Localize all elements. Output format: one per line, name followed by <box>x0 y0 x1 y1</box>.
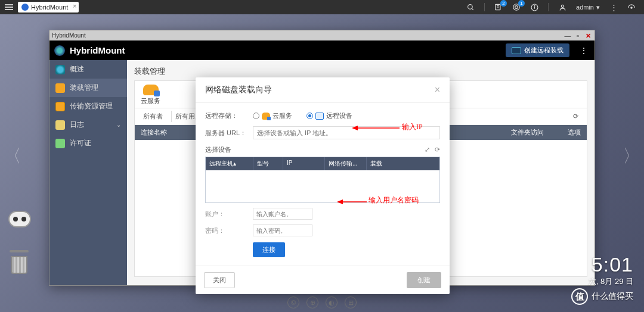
cloud-svc-icon <box>262 113 270 120</box>
close-button[interactable]: ✕ <box>584 32 592 40</box>
sidebar: 概述 装载管理 传输资源管理 日志 ⌄ 许可证 <box>49 60 127 285</box>
dashboard-icon[interactable] <box>627 3 636 11</box>
clock-time: 5:01 <box>589 253 633 276</box>
sidebar-item-license[interactable]: 许可证 <box>49 134 127 152</box>
tab-cloud[interactable]: 云服务 <box>135 81 166 108</box>
minimize-button[interactable]: — <box>564 32 572 40</box>
user-menu[interactable]: admin▾ <box>576 4 600 11</box>
radio-cloud[interactable]: 云服务 <box>253 111 292 120</box>
chevron-down-icon: ⌄ <box>116 121 121 128</box>
alert-badge: 1 <box>518 0 525 7</box>
expand-icon[interactable]: ⤢ <box>425 146 430 154</box>
device-table: 远程主机▴ 型号 IP 网络传输... 装载 <box>205 157 440 203</box>
clock-date: 六, 8月 29 日 <box>589 276 633 287</box>
th-model[interactable]: 型号 <box>253 157 283 170</box>
search-icon[interactable] <box>466 3 475 11</box>
svg-point-10 <box>561 5 564 7</box>
prev-arrow[interactable]: 〈 <box>4 144 21 169</box>
sidebar-item-label: 装载管理 <box>70 83 98 93</box>
header-more-icon[interactable]: ⋮ <box>578 46 590 55</box>
mount-icon <box>55 83 65 93</box>
watermark: 值 什么值得买 <box>571 288 633 305</box>
sidebar-item-log[interactable]: 日志 ⌄ <box>49 116 127 134</box>
close-button[interactable]: 关闭 <box>204 272 235 288</box>
assistant-widget[interactable] <box>8 211 36 238</box>
sidebar-item-label: 传输资源管理 <box>70 101 113 111</box>
th-ip[interactable]: IP <box>283 157 325 170</box>
remote-device-icon <box>315 113 324 120</box>
sidebar-item-label: 日志 <box>70 120 84 130</box>
sidebar-item-label: 许可证 <box>70 138 91 148</box>
th-proto[interactable]: 网络传输... <box>325 157 367 170</box>
dock-icon-4[interactable]: ⊞ <box>345 297 357 308</box>
overview-icon <box>55 65 65 74</box>
mode-label: 远程存储： <box>205 111 247 120</box>
modal-close-icon[interactable]: × <box>435 85 440 95</box>
svg-line-1 <box>472 8 473 10</box>
th-account[interactable]: 装载 <box>367 157 439 170</box>
url-label: 服务器 URL： <box>205 129 247 138</box>
cloud-icon <box>143 85 159 95</box>
svg-point-11 <box>631 7 632 8</box>
sidebar-item-overview[interactable]: 概述 <box>49 60 127 79</box>
col-options[interactable]: 选项 <box>568 128 581 137</box>
password-input[interactable] <box>253 224 312 236</box>
col-name[interactable]: 连接名称 <box>141 128 167 137</box>
watermark-text: 什么值得买 <box>592 291 633 302</box>
user-label: 账户： <box>205 210 247 219</box>
menu-button[interactable] <box>0 7 18 8</box>
trash-icon[interactable] <box>11 250 31 274</box>
monitor-icon <box>512 47 521 54</box>
select-device-label: 选择设备 <box>205 145 231 154</box>
dock-icon-1[interactable]: © <box>287 297 299 308</box>
window-tab[interactable]: HybridMount × <box>18 2 79 13</box>
create-remote-mount-button[interactable]: 创建远程装载 <box>506 43 569 57</box>
alert-icon[interactable]: 1 <box>512 3 521 11</box>
sidebar-item-label: 概述 <box>70 64 84 74</box>
create-button: 创建 <box>407 272 441 288</box>
server-url-input[interactable] <box>253 126 440 139</box>
svg-point-6 <box>515 6 518 9</box>
more-icon[interactable]: ⋮ <box>609 3 618 11</box>
sidebar-item-transfer[interactable]: 传输资源管理 <box>49 97 127 116</box>
dock-icon-3[interactable]: ◐ <box>326 297 338 308</box>
maximize-button[interactable]: ▫ <box>574 32 582 40</box>
username-input[interactable] <box>253 208 312 220</box>
pass-label: 密码： <box>205 226 247 235</box>
refresh-list-icon[interactable]: ⟳ <box>435 146 440 154</box>
svg-point-0 <box>467 4 472 9</box>
radio-remote[interactable]: 远程设备 <box>306 111 352 120</box>
app-title: HybridMount <box>70 45 125 55</box>
watermark-icon: 值 <box>571 288 588 305</box>
wizard-modal: 网络磁盘装载向导 × 远程存储： 云服务 远程设备 服务器 URL： 选择设备 … <box>196 77 450 294</box>
close-icon[interactable]: × <box>73 2 76 10</box>
sidebar-item-mount[interactable]: 装载管理 <box>49 79 127 97</box>
next-arrow[interactable]: 〉 <box>623 144 640 169</box>
user-icon[interactable] <box>558 3 566 11</box>
dock-icon-2[interactable]: ⊕ <box>306 297 318 308</box>
col-folder[interactable]: 文件夹访问 <box>511 128 544 137</box>
refresh-icon[interactable]: ⟳ <box>569 111 582 121</box>
connect-button[interactable]: 连接 <box>253 242 285 257</box>
devices-icon[interactable]: 2 <box>494 3 503 11</box>
modal-title: 网络磁盘装载向导 <box>205 85 272 95</box>
license-icon <box>55 139 65 148</box>
log-icon <box>55 120 65 130</box>
transfer-icon <box>55 102 65 111</box>
dock: © ⊕ ◐ ⊞ <box>287 297 357 308</box>
svg-point-9 <box>534 5 534 6</box>
info-icon[interactable] <box>530 3 538 11</box>
clock-widget: 5:01 六, 8月 29 日 <box>589 253 633 287</box>
th-host[interactable]: 远程主机▴ <box>206 157 253 170</box>
filter-owner-label: 所有者 <box>140 111 166 122</box>
app-logo-icon <box>54 45 65 56</box>
window-title: HybridMount <box>52 32 86 39</box>
tab-label: HybridMount <box>31 4 68 11</box>
notif-badge: 2 <box>500 0 507 7</box>
app-icon <box>21 4 29 11</box>
